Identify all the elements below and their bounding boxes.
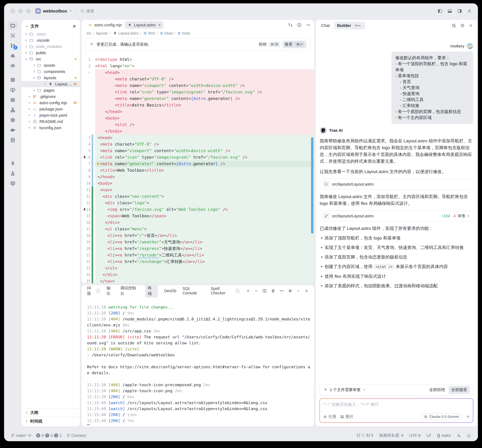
tree-item-.astro[interactable]: .astro [22, 31, 80, 37]
panel-tab-输出[interactable]: 输出 [107, 285, 114, 296]
code-line[interactable]: </body> [81, 128, 314, 134]
code-line[interactable]: <title>Astro Basics</title> [81, 102, 314, 108]
tab-size[interactable]: 制表符长度: 4 [379, 433, 403, 438]
panel-tab-终端[interactable]: 终端 [145, 285, 158, 298]
tree-item-package.json[interactable]: { }package.json [22, 106, 80, 112]
tree-item-components[interactable]: components [22, 69, 80, 75]
code-line-24[interactable]: 24 </div> [81, 271, 314, 278]
activity-output-panel-icon[interactable] [8, 95, 18, 104]
compare-changes-icon[interactable] [288, 23, 292, 27]
tree-item-node_modules[interactable]: node_modules [22, 43, 80, 50]
code-line-11[interactable]: 11 <nav> [81, 187, 314, 193]
minimize-window-icon[interactable] [18, 9, 23, 13]
terminal-settings-icon[interactable] [288, 289, 292, 293]
tree-item-src[interactable]: src [22, 56, 80, 62]
activity-live-preview-icon[interactable] [8, 179, 18, 188]
traffic-lights[interactable] [10, 9, 31, 13]
breadcrumbs[interactable]: src/layouts/Layout.astro/html/head/meta [81, 30, 314, 36]
terminal-picker-icon[interactable] [255, 289, 258, 293]
zoom-window-icon[interactable] [26, 9, 31, 13]
more-icon[interactable] [280, 289, 284, 293]
add-terminal-icon[interactable] [246, 289, 250, 293]
git-branch-status[interactable]: main* [11, 433, 32, 438]
panel-tab-Spell Checker[interactable]: Spell Checker1 [211, 286, 240, 295]
breadcrumb-meta[interactable]: meta [177, 31, 190, 35]
code-line[interactable]: <slot /> [81, 121, 314, 128]
file-read-card[interactable]: src/layouts/Layout.astro [320, 179, 473, 190]
project-name[interactable]: webtoolbox [43, 8, 67, 14]
problems-status[interactable]: ×0 !0 i1 [36, 433, 62, 438]
panel-tab-问题[interactable]: 问题1 [87, 285, 100, 296]
tab-layout-astro[interactable]: Layout.astro × [125, 21, 163, 29]
code-line-19[interactable]: 19 <li><a href="/weather">天气查询</a></li> [81, 239, 314, 245]
breadcrumb-src[interactable]: src [87, 31, 91, 35]
split-terminal-icon[interactable] [262, 289, 267, 293]
reject-all-button[interactable]: 全部拒绝 [429, 387, 445, 393]
activity-tools-icon[interactable] [8, 116, 18, 125]
code-line-16[interactable]: 16 </div> [81, 219, 314, 226]
chat-input[interactable]: “↑↓” 切换历史输入，“⇧⏎” 换行 引用 图片 Claude-3.5-Son… [319, 398, 473, 423]
more-actions-icon[interactable] [306, 23, 310, 27]
panel-tab-调试控制台[interactable]: 调试控制台 [120, 285, 139, 296]
code-line-8[interactable]: 8 <title>Web Toolbox</title> [81, 167, 314, 174]
model-selector[interactable]: Claude-3.5-Sonnet [421, 413, 461, 420]
code-line-3[interactable]: 3 <head> [81, 134, 314, 141]
search-label[interactable]: 搜索 [86, 8, 94, 14]
code-line-9[interactable]: 9 </head> [81, 174, 314, 180]
tree-item-layouts[interactable]: layouts [22, 75, 80, 81]
tree-item-.vscode[interactable]: .vscode [22, 37, 80, 43]
code-line-4[interactable]: 4 <meta charset="UTF-8" /> [81, 141, 314, 148]
breadcrumb-html[interactable]: html [143, 31, 155, 35]
code-line-20[interactable]: 20 <li><a href="/express">快递查询</a></li> [81, 245, 314, 252]
code-line-5[interactable]: 5 <meta name="viewport" content="width=d… [81, 148, 314, 154]
code-line-2[interactable]: 2<html lang="en"> [81, 63, 314, 69]
language-mode[interactable]: {}Astro [437, 433, 451, 438]
tree-item-pnpm-lock.yaml[interactable]: !pnpm-lock.yaml [22, 112, 80, 118]
account-icon[interactable] [467, 9, 472, 13]
activity-search-icon[interactable] [8, 31, 18, 40]
history-icon[interactable] [460, 23, 465, 28]
activity-source-control-icon[interactable]: 2 [8, 41, 18, 50]
activity-database-icon[interactable] [8, 136, 18, 145]
tree-item-tsconfig.json[interactable]: tsconfig.json [22, 125, 80, 131]
tree-item-pages[interactable]: pages [22, 87, 80, 94]
code-line-7[interactable]: 7 <meta name="generator" content={Astro.… [81, 161, 314, 167]
code-line-17[interactable]: 17 <ul class="menu"> [81, 226, 314, 232]
review-count-label[interactable]: 1 个文件需要审查 [330, 387, 361, 393]
code-line[interactable]: <link rel="icon" type="image/svg+xml" hr… [81, 89, 314, 95]
accept-changes-button[interactable]: 接受⌘⏎ [282, 41, 306, 48]
project-chevron-icon[interactable] [69, 9, 72, 13]
review-link[interactable]: 审查 [458, 213, 470, 219]
activity-components-icon[interactable] [8, 106, 18, 115]
notifications-bell-icon[interactable] [467, 433, 471, 438]
outline-section[interactable]: 大纲 [22, 408, 80, 417]
toggle-left-panel-icon[interactable] [438, 9, 442, 13]
tree-item-Layout.astro[interactable]: Layout.astroM [22, 81, 80, 87]
cursor-position[interactable]: 行 7, 列 5 [357, 433, 373, 438]
code-line-13[interactable]: 13 <div class="logo"> [81, 200, 314, 206]
activity-extensions-icon[interactable] [8, 75, 18, 84]
activity-remote-icon[interactable] [8, 86, 18, 94]
close-panel-icon[interactable] [305, 289, 309, 293]
new-chat-icon[interactable] [452, 23, 456, 28]
activity-debug-icon[interactable] [8, 51, 18, 60]
activity-pause-icon[interactable] [8, 159, 18, 168]
code-line[interactable]: − <head> [81, 69, 314, 76]
activity-experiments-icon[interactable] [8, 169, 18, 178]
reject-changes-button[interactable]: 拒绝⌘⌫ [259, 42, 280, 47]
code-line-21[interactable]: 21 <li><a href="/qrcode">二维码工具</a></li> [81, 252, 314, 258]
code-line-18[interactable]: 18 <li><a href="/">首页</a></li> [81, 232, 314, 239]
breadcrumb-Layout.astro[interactable]: Layout.astro [113, 31, 139, 36]
code-line-12[interactable]: 12 <div class="nav-content"> [81, 193, 314, 200]
editor-scrollbar[interactable] [311, 137, 313, 234]
feedback-icon[interactable] [457, 433, 461, 438]
split-editor-icon[interactable] [297, 23, 301, 27]
search-icon[interactable] [80, 9, 85, 13]
encoding[interactable]: UTF-8 [410, 433, 421, 438]
code-line-6[interactable]: 6 <link rel="icon" type="image/svg+xml" … [81, 154, 314, 161]
code-line-23[interactable]: 23 </ul> [81, 265, 314, 271]
code-line[interactable]: <meta name="generator" content={Astro.ge… [81, 95, 314, 102]
tree-item-README.md[interactable]: ?README.md [22, 118, 80, 125]
reference-button[interactable]: 引用 [323, 414, 336, 419]
panel-tab-DevDb[interactable]: DevDb [164, 289, 176, 293]
